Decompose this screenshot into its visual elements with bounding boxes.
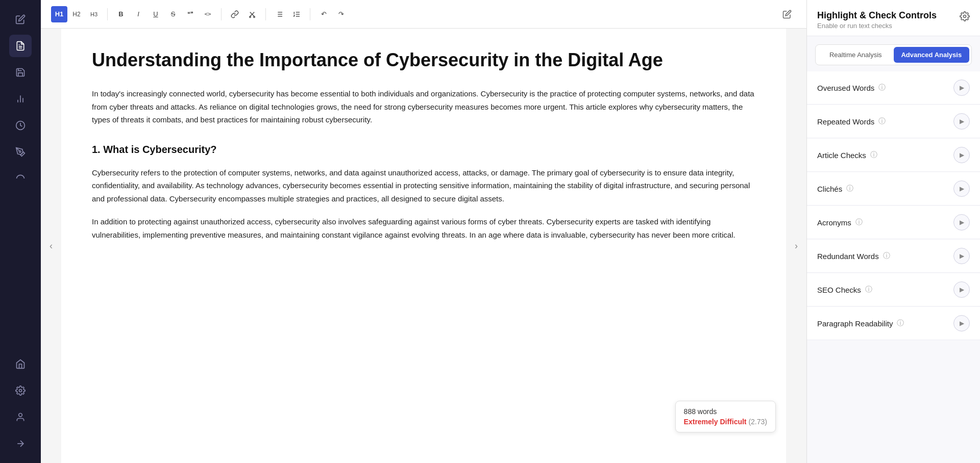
difficulty-text: Extremely Difficult <box>684 418 747 426</box>
link-button[interactable] <box>227 6 243 22</box>
quote-button[interactable]: ❝❞ <box>182 6 199 22</box>
article-title: Understanding the Importance of Cybersec… <box>92 49 755 71</box>
editor-container[interactable]: Understanding the Importance of Cybersec… <box>61 29 786 463</box>
seo-checks-run-btn[interactable]: ▶ <box>953 281 970 298</box>
divider-2 <box>221 8 222 20</box>
check-item-acronyms[interactable]: Acronyms ⓘ ▶ <box>807 206 980 239</box>
numbered-list-button[interactable] <box>288 6 305 22</box>
article-checks-info-icon[interactable]: ⓘ <box>870 150 877 160</box>
acronyms-run-btn[interactable]: ▶ <box>953 214 970 230</box>
cliches-run-btn[interactable]: ▶ <box>953 181 970 197</box>
tab-advanced-analysis[interactable]: Advanced Analysis <box>894 47 970 63</box>
right-panel-header-text: Highlight & Check Controls Enable or run… <box>817 10 937 30</box>
editor-wrapper: ‹ Understanding the Importance of Cybers… <box>41 29 806 463</box>
redundant-words-info-icon[interactable]: ⓘ <box>883 251 890 261</box>
sidebar-chart-icon[interactable] <box>9 88 32 110</box>
next-arrow[interactable]: › <box>786 29 806 463</box>
cliches-label: Clichés <box>817 185 842 193</box>
article-checks-run-btn[interactable]: ▶ <box>953 147 970 163</box>
bullet-list-button[interactable] <box>271 6 287 22</box>
analysis-tabs: Realtime Analysis Advanced Analysis <box>815 44 972 65</box>
seo-checks-info-icon[interactable]: ⓘ <box>865 285 872 294</box>
word-count-label: 888 words <box>684 407 767 416</box>
divider-4 <box>310 8 310 20</box>
check-item-paragraph-readability[interactable]: Paragraph Readability ⓘ ▶ <box>807 307 980 340</box>
seo-checks-label: SEO Checks <box>817 286 861 294</box>
redo-button[interactable]: ↷ <box>333 6 349 22</box>
sidebar-user-icon[interactable] <box>9 406 32 428</box>
paragraph-readability-run-btn[interactable]: ▶ <box>953 315 970 331</box>
right-panel: Highlight & Check Controls Enable or run… <box>806 0 980 463</box>
paragraph-readability-info-icon[interactable]: ⓘ <box>897 319 904 328</box>
sidebar-curve-icon[interactable] <box>9 167 32 190</box>
redundant-words-label: Redundant Words <box>817 252 879 261</box>
sidebar-arrow-icon[interactable] <box>9 432 32 455</box>
underline-button[interactable]: U <box>148 6 164 22</box>
check-item-redundant-words[interactable]: Redundant Words ⓘ ▶ <box>807 240 980 273</box>
check-item-overused-words[interactable]: Overused Words ⓘ ▶ <box>807 71 980 105</box>
paragraph-1: In today's increasingly connected world,… <box>92 87 755 126</box>
main-area: H1 H2 H3 B I U S ❝❞ <> <box>41 0 806 463</box>
paragraph-3: In addition to protecting against unauth… <box>92 215 755 241</box>
italic-button[interactable]: I <box>130 6 146 22</box>
prev-arrow[interactable]: ‹ <box>41 29 61 463</box>
check-item-left-4: Clichés ⓘ <box>817 184 853 193</box>
sidebar-edit-icon[interactable] <box>9 8 32 31</box>
right-panel-subtitle: Enable or run text checks <box>817 22 937 30</box>
sidebar-save-icon[interactable] <box>9 61 32 84</box>
check-item-left-2: Repeated Words ⓘ <box>817 117 886 126</box>
sidebar-analytics-icon[interactable] <box>9 114 32 137</box>
repeated-words-run-btn[interactable]: ▶ <box>953 113 970 130</box>
sidebar-document-icon[interactable] <box>9 35 32 57</box>
check-item-seo-checks[interactable]: SEO Checks ⓘ ▶ <box>807 273 980 306</box>
divider-1 <box>107 8 108 20</box>
right-panel-header: Highlight & Check Controls Enable or run… <box>807 0 980 36</box>
svg-point-11 <box>254 16 255 18</box>
check-item-left-5: Acronyms ⓘ <box>817 218 863 227</box>
panel-settings-icon[interactable] <box>960 11 970 24</box>
sidebar-bottom <box>9 353 32 455</box>
strikethrough-button[interactable]: S <box>165 6 181 22</box>
svg-line-12 <box>250 14 252 16</box>
h1-button[interactable]: H1 <box>51 6 67 22</box>
code-button[interactable]: <> <box>200 6 216 22</box>
toolbar: H1 H2 H3 B I U S ❝❞ <> <box>41 0 806 29</box>
cliches-info-icon[interactable]: ⓘ <box>846 184 853 193</box>
sidebar-settings-icon[interactable] <box>9 379 32 402</box>
divider-3 <box>265 8 266 20</box>
insert-group <box>227 6 260 22</box>
h3-button[interactable]: H3 <box>86 6 102 22</box>
check-item-left-7: SEO Checks ⓘ <box>817 285 872 294</box>
repeated-words-label: Repeated Words <box>817 117 874 126</box>
check-item-article-checks[interactable]: Article Checks ⓘ ▶ <box>807 139 980 172</box>
overused-words-run-btn[interactable]: ▶ <box>953 80 970 96</box>
overused-words-info-icon[interactable]: ⓘ <box>878 83 886 92</box>
acronyms-info-icon[interactable]: ⓘ <box>855 218 863 227</box>
history-group: ↶ ↷ <box>315 6 349 22</box>
bold-button[interactable]: B <box>113 6 129 22</box>
redundant-words-run-btn[interactable]: ▶ <box>953 248 970 264</box>
check-item-left: Overused Words ⓘ <box>817 83 886 92</box>
check-item-repeated-words[interactable]: Repeated Words ⓘ ▶ <box>807 105 980 138</box>
difficulty-score: (2.73) <box>748 418 767 426</box>
svg-point-23 <box>964 15 966 18</box>
cut-button[interactable] <box>244 6 260 22</box>
h2-button[interactable]: H2 <box>68 6 85 22</box>
repeated-words-info-icon[interactable]: ⓘ <box>878 117 886 126</box>
left-sidebar <box>0 0 41 463</box>
heading-group: H1 H2 H3 <box>51 6 102 22</box>
paragraph-2: Cybersecurity refers to the protection o… <box>92 166 755 205</box>
check-item-left-8: Paragraph Readability ⓘ <box>817 319 904 328</box>
undo-button[interactable]: ↶ <box>315 6 332 22</box>
tab-realtime-analysis[interactable]: Realtime Analysis <box>818 47 894 63</box>
svg-point-6 <box>19 151 21 152</box>
article-body[interactable]: In today's increasingly connected world,… <box>92 87 755 241</box>
acronyms-label: Acronyms <box>817 218 851 227</box>
list-group <box>271 6 305 22</box>
article-checks-label: Article Checks <box>817 151 866 160</box>
sidebar-highlight-icon[interactable] <box>9 141 32 163</box>
format-group: B I U S ❝❞ <> <box>113 6 216 22</box>
edit-mode-icon[interactable] <box>778 5 796 23</box>
check-item-cliches[interactable]: Clichés ⓘ ▶ <box>807 172 980 205</box>
sidebar-home-icon[interactable] <box>9 353 32 375</box>
